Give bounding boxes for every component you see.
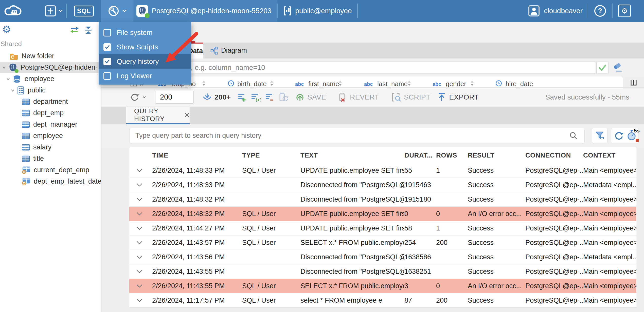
history-row[interactable]: 2/26/2024, 11:43:56 PM Disconnected from… bbox=[129, 250, 636, 264]
cell-context: Main <employee> bbox=[583, 297, 636, 304]
tree-item-table[interactable]: salary bbox=[0, 142, 101, 153]
sort-icon[interactable] bbox=[338, 80, 342, 87]
cell-result: Success bbox=[468, 297, 525, 304]
history-row[interactable]: 2/26/2024, 11:48:33 PM Disconnected from… bbox=[129, 178, 636, 192]
header-type[interactable]: TYPE bbox=[242, 151, 300, 159]
column-header[interactable]: hire_date bbox=[506, 80, 533, 87]
new-connection-button[interactable] bbox=[41, 0, 66, 22]
row-expand-icon[interactable] bbox=[129, 241, 152, 245]
tree-item-table[interactable]: department bbox=[0, 96, 101, 107]
close-icon[interactable] bbox=[184, 112, 190, 118]
funnel-icon bbox=[595, 131, 605, 141]
row-expand-icon[interactable] bbox=[129, 299, 152, 302]
header-rows[interactable]: ROWS bbox=[436, 151, 468, 159]
duplicate-row-icon[interactable]: (+) bbox=[251, 92, 261, 102]
row-expand-icon[interactable] bbox=[129, 183, 152, 187]
active-connection-tab[interactable]: PostgreSQL@ep-hidden-moon-55203 bbox=[133, 0, 277, 22]
header-duration[interactable]: DURAT... bbox=[404, 151, 436, 159]
header-context[interactable]: CONTEXT bbox=[583, 151, 636, 159]
export-label: EXPORT bbox=[449, 93, 478, 101]
text-type-icon: abc bbox=[364, 81, 373, 87]
tree-item-connection[interactable]: PostgreSQL@ep-hidden- bbox=[0, 62, 101, 73]
chevron-down-icon[interactable] bbox=[2, 65, 7, 70]
revert-button[interactable]: REVERT bbox=[338, 92, 379, 102]
chevron-down-icon[interactable] bbox=[10, 88, 15, 93]
tree-item-table[interactable]: dept_emp bbox=[0, 107, 101, 119]
export-button[interactable]: EXPORT bbox=[437, 92, 478, 102]
navigator-settings-icon[interactable]: ⚙ bbox=[2, 24, 11, 34]
divider bbox=[66, 4, 67, 18]
history-row[interactable]: 2/26/2024, 11:44:27 PM SQL / User UPDATE… bbox=[129, 221, 636, 236]
query-history-search-input[interactable] bbox=[130, 128, 585, 143]
history-row[interactable]: 2/26/2024, 11:48:32 PM Disconnected from… bbox=[129, 192, 636, 207]
query-history-filter-button[interactable] bbox=[592, 128, 607, 143]
column-header[interactable]: birth_date bbox=[237, 80, 267, 87]
header-connection[interactable]: CONNECTION bbox=[525, 151, 583, 159]
cell-rows: 1 bbox=[436, 167, 468, 174]
history-row[interactable]: 2/26/2024, 11:48:32 PM SQL / User UPDATE… bbox=[129, 207, 636, 221]
sync-arrows-icon[interactable] bbox=[70, 26, 79, 33]
settings-button[interactable]: ⚙ bbox=[613, 0, 636, 22]
sort-icon[interactable] bbox=[270, 80, 274, 87]
sql-editor-button[interactable]: SQL bbox=[70, 0, 97, 22]
save-button[interactable]: SAVE bbox=[295, 92, 326, 102]
row-expand-icon[interactable] bbox=[129, 198, 152, 201]
sort-icon[interactable] bbox=[202, 80, 206, 87]
help-button[interactable]: ? bbox=[588, 0, 612, 22]
refresh-grid-icon-disabled[interactable] bbox=[278, 92, 289, 102]
cell-duration: 87 bbox=[404, 297, 436, 304]
delete-row-icon[interactable] bbox=[265, 92, 274, 102]
tree-item-table[interactable]: employee bbox=[0, 130, 101, 142]
row-limit-input[interactable] bbox=[155, 91, 194, 104]
checkbox-icon[interactable] bbox=[103, 58, 111, 65]
row-expand-icon[interactable] bbox=[129, 169, 152, 172]
query-history-tab[interactable]: QUERY HISTORY bbox=[126, 107, 190, 124]
apply-filter-button[interactable] bbox=[596, 62, 609, 73]
tab-diagram[interactable]: Diagram bbox=[203, 43, 254, 58]
menu-item-log-viewer[interactable]: Log Viewer bbox=[99, 69, 191, 83]
chevron-down-icon[interactable] bbox=[6, 76, 11, 82]
refresh-icon[interactable] bbox=[614, 130, 624, 141]
checkbox-icon[interactable] bbox=[103, 43, 111, 51]
user-menu[interactable]: cloudbeaver bbox=[523, 0, 588, 22]
schema-name: public@employee bbox=[295, 7, 352, 15]
column-header[interactable]: first_name bbox=[308, 80, 339, 87]
sort-icon[interactable] bbox=[470, 80, 474, 87]
eraser-icon[interactable] bbox=[612, 63, 623, 73]
history-row[interactable]: 2/26/2024, 11:43:55 PM Disconnected from… bbox=[129, 264, 636, 279]
checkbox-icon[interactable] bbox=[103, 72, 111, 80]
column-header[interactable]: gender bbox=[446, 80, 466, 87]
tree-item-view[interactable]: dept_emp_latest_date bbox=[0, 176, 101, 187]
sort-icon[interactable] bbox=[407, 80, 411, 87]
tree-item-view[interactable]: current_dept_emp bbox=[0, 164, 101, 176]
row-expand-icon[interactable] bbox=[129, 226, 152, 230]
refresh-button[interactable] bbox=[130, 92, 146, 102]
header-text[interactable]: TEXT bbox=[300, 151, 404, 159]
tree-item-table[interactable]: title bbox=[0, 153, 101, 164]
script-button[interactable]: SCRIPT bbox=[391, 92, 430, 102]
cell-duration: 58 bbox=[404, 224, 436, 232]
column-header[interactable]: last_name bbox=[377, 80, 408, 87]
row-expand-icon[interactable] bbox=[129, 255, 152, 259]
tree-item-database[interactable]: employee bbox=[0, 73, 101, 85]
tree-item-new-folder[interactable]: New folder bbox=[0, 50, 101, 62]
header-time[interactable]: TIME bbox=[152, 151, 242, 159]
schema-selector[interactable]: public@employee bbox=[278, 0, 357, 22]
grid-columns-icon[interactable] bbox=[630, 80, 637, 87]
add-row-icon[interactable] bbox=[237, 92, 246, 102]
auto-refresh-timer-icon[interactable]: 5s bbox=[627, 130, 638, 142]
tools-menu-button[interactable] bbox=[101, 0, 133, 22]
row-expand-icon[interactable] bbox=[129, 270, 152, 274]
row-expand-icon[interactable] bbox=[129, 212, 152, 216]
fetch-more-button[interactable]: 200+ bbox=[202, 93, 231, 102]
history-row[interactable]: 2/26/2024, 11:43:55 PM SQL / User SELECT… bbox=[129, 279, 636, 293]
checkbox-icon[interactable] bbox=[103, 29, 111, 36]
tree-item-schema[interactable]: public bbox=[0, 85, 101, 96]
row-expand-icon[interactable] bbox=[129, 284, 152, 288]
collapse-all-icon[interactable] bbox=[84, 26, 92, 34]
header-result[interactable]: RESULT bbox=[468, 151, 525, 159]
history-row[interactable]: 2/26/2024, 11:43:57 PM SQL / User SELECT… bbox=[129, 236, 636, 250]
history-row[interactable]: 2/26/2024, 11:17:57 PM SQL / User select… bbox=[129, 293, 636, 308]
history-row[interactable]: 2/26/2024, 11:48:33 PM SQL / User UPDATE… bbox=[129, 163, 636, 178]
tree-item-table[interactable]: dept_manager bbox=[0, 119, 101, 130]
